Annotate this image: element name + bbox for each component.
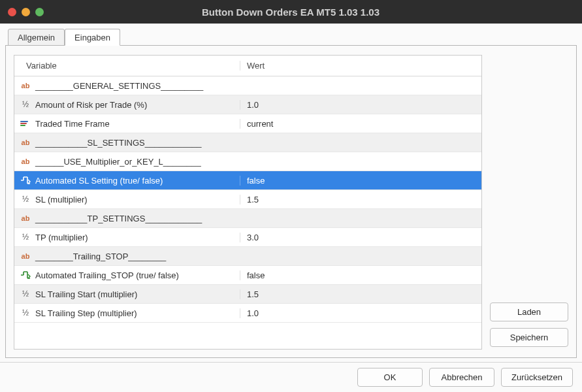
timeframe-type-icon <box>20 118 31 129</box>
side-buttons: Laden Speichern <box>490 55 568 350</box>
table-row[interactable]: ab________GENERAL_SETTINGS_________ <box>14 76 481 95</box>
table-row[interactable]: ½SL Trailing Step (multiplier)1.0 <box>14 304 481 323</box>
string-type-icon: ab <box>20 213 31 223</box>
variable-label: Automated Trailing_STOP (true/ false) <box>35 270 179 280</box>
cell-value[interactable]: false <box>240 270 481 280</box>
tab-inputs[interactable]: Eingaben <box>65 29 120 46</box>
cell-variable: ab________Trailing_STOP________ <box>14 251 240 261</box>
table-row[interactable]: ½TP (multiplier)3.0 <box>14 228 481 247</box>
window-title: Button Down Orders EA MT5 1.03 1.03 <box>44 7 538 18</box>
cell-variable: ab___________SL_SETTINGS____________ <box>14 137 240 148</box>
cell-variable: ab___________TP_SETTINGS____________ <box>14 213 240 223</box>
variable-label: ________Trailing_STOP________ <box>35 252 166 261</box>
cell-variable: Automated SL Setting (true/ false) <box>14 175 240 186</box>
variable-label: ________GENERAL_SETTINGS_________ <box>35 81 203 91</box>
table-row[interactable]: Traded Time Framecurrent <box>14 114 481 133</box>
cell-variable: Traded Time Frame <box>14 118 240 129</box>
string-type-icon: ab <box>20 137 31 148</box>
cell-value[interactable]: 1.5 <box>240 289 481 299</box>
variable-label: Amount of Risk per Trade (%) <box>35 100 147 110</box>
number-type-icon: ½ <box>20 232 31 242</box>
grid-rows: ab________GENERAL_SETTINGS_________½Amou… <box>14 76 481 349</box>
number-type-icon: ½ <box>20 194 31 204</box>
titlebar: Button Down Orders EA MT5 1.03 1.03 <box>0 0 582 24</box>
cell-variable: ab________GENERAL_SETTINGS_________ <box>14 80 240 91</box>
number-type-icon: ½ <box>20 289 31 299</box>
table-row[interactable]: Automated SL Setting (true/ false)false <box>14 171 481 190</box>
table-row[interactable]: ½SL Trailing Start (multiplier)1.5 <box>14 285 481 304</box>
inputs-panel: Variable Wert ab________GENERAL_SETTINGS… <box>5 45 577 358</box>
cell-value[interactable]: 1.0 <box>240 308 481 318</box>
number-type-icon: ½ <box>20 99 31 110</box>
save-button[interactable]: Speichern <box>490 328 568 347</box>
variable-label: ___________TP_SETTINGS____________ <box>35 214 202 223</box>
maximize-icon[interactable] <box>35 8 44 16</box>
variable-label: Automated SL Setting (true/ false) <box>35 176 163 186</box>
reset-button[interactable]: Zurücksetzen <box>501 368 573 387</box>
grid-header: Variable Wert <box>14 56 481 76</box>
variable-label: TP (multiplier) <box>35 233 88 242</box>
string-type-icon: ab <box>20 80 31 91</box>
variable-label: SL (multiplier) <box>35 195 88 204</box>
table-row[interactable]: ab______USE_Multiplier_or_KEY_L________ <box>14 152 481 171</box>
bool-type-icon <box>20 175 31 186</box>
variable-label: ______USE_Multiplier_or_KEY_L________ <box>35 157 201 167</box>
column-header-variable[interactable]: Variable <box>14 61 240 71</box>
string-type-icon: ab <box>20 251 31 261</box>
variable-label: Traded Time Frame <box>35 119 110 129</box>
cell-value[interactable]: current <box>240 119 481 129</box>
table-row[interactable]: ab___________TP_SETTINGS____________ <box>14 209 481 228</box>
cell-variable: Automated Trailing_STOP (true/ false) <box>14 270 240 280</box>
cell-variable: ½SL Trailing Step (multiplier) <box>14 308 240 318</box>
table-row[interactable]: ½Amount of Risk per Trade (%)1.0 <box>14 95 481 114</box>
bool-type-icon <box>20 270 31 280</box>
table-row[interactable]: Automated Trailing_STOP (true/ false)fal… <box>14 266 481 285</box>
parameters-grid[interactable]: Variable Wert ab________GENERAL_SETTINGS… <box>14 55 482 350</box>
number-type-icon: ½ <box>20 308 31 318</box>
cell-variable: ½Amount of Risk per Trade (%) <box>14 99 240 110</box>
tabs-row: Allgemein Eingaben <box>3 26 579 46</box>
variable-label: SL Trailing Start (multiplier) <box>35 289 137 299</box>
cell-value[interactable]: 1.0 <box>240 100 481 110</box>
column-header-value[interactable]: Wert <box>240 61 481 71</box>
variable-label: ___________SL_SETTINGS____________ <box>35 138 201 148</box>
window-controls <box>8 8 44 16</box>
cell-variable: ½SL (multiplier) <box>14 194 240 204</box>
window-body: Allgemein Eingaben Variable Wert ab_____… <box>0 24 582 362</box>
cancel-button[interactable]: Abbrechen <box>429 368 494 387</box>
close-icon[interactable] <box>8 8 16 16</box>
footer: OK Abbrechen Zurücksetzen <box>0 362 582 392</box>
cell-value[interactable]: 1.5 <box>240 195 481 204</box>
tab-general[interactable]: Allgemein <box>8 29 65 46</box>
cell-variable: ½TP (multiplier) <box>14 232 240 242</box>
string-type-icon: ab <box>20 156 31 167</box>
table-row[interactable]: ½SL (multiplier)1.5 <box>14 190 481 209</box>
load-button[interactable]: Laden <box>490 302 568 321</box>
table-row[interactable]: ab________Trailing_STOP________ <box>14 247 481 266</box>
table-row[interactable]: ab___________SL_SETTINGS____________ <box>14 133 481 152</box>
cell-variable: ½SL Trailing Start (multiplier) <box>14 289 240 299</box>
variable-label: SL Trailing Step (multiplier) <box>35 308 137 318</box>
cell-value[interactable]: false <box>240 176 481 186</box>
cell-variable: ab______USE_Multiplier_or_KEY_L________ <box>14 156 240 167</box>
minimize-icon[interactable] <box>22 8 30 16</box>
ok-button[interactable]: OK <box>357 368 423 387</box>
cell-value[interactable]: 3.0 <box>240 233 481 242</box>
